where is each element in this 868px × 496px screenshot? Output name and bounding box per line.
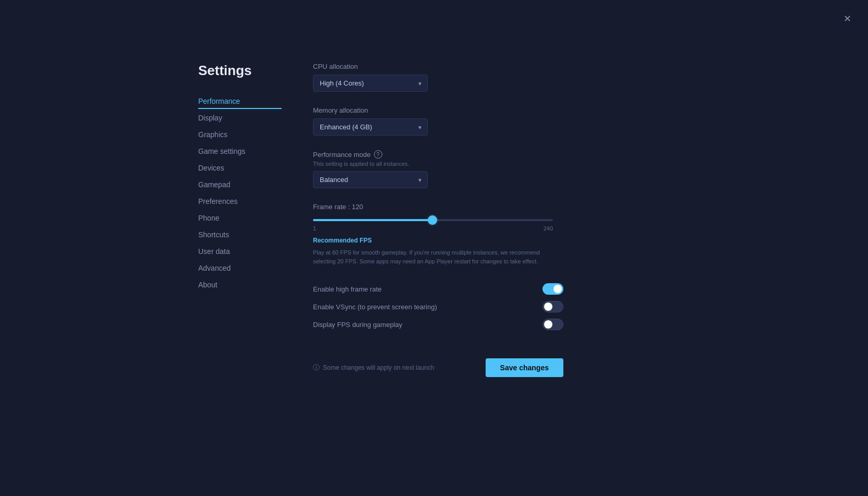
sidebar-item-devices[interactable]: Devices xyxy=(198,160,282,176)
slider-max-label: 240 xyxy=(544,225,553,232)
footer-note: ⓘ Some changes will apply on next launch xyxy=(313,363,434,372)
sidebar-item-graphics[interactable]: Graphics xyxy=(198,127,282,142)
cpu-allocation-section: CPU allocation High (4 Cores) Low (1 Cor… xyxy=(313,63,563,92)
sidebar-item-phone[interactable]: Phone xyxy=(198,210,282,226)
display-fps-label: Display FPS during gameplay xyxy=(313,321,402,329)
toggles-section: Enable high frame rate Enable VSync (to … xyxy=(313,280,563,333)
vsync-label: Enable VSync (to prevent screen tearing) xyxy=(313,303,437,311)
sidebar-item-shortcuts[interactable]: Shortcuts xyxy=(198,227,282,243)
sidebar-item-performance[interactable]: Performance xyxy=(198,93,282,109)
close-button[interactable]: ✕ xyxy=(839,10,855,27)
save-changes-button[interactable]: Save changes xyxy=(486,358,563,377)
frame-rate-label: Frame rate : 120 xyxy=(313,203,563,211)
sidebar-item-game-settings[interactable]: Game settings xyxy=(198,143,282,159)
memory-allocation-label: Memory allocation xyxy=(313,106,563,114)
sidebar-item-user-data[interactable]: User data xyxy=(198,244,282,259)
frame-rate-section: Frame rate : 120 1 240 Recommended FPS P… xyxy=(313,203,563,265)
sidebar-item-advanced[interactable]: Advanced xyxy=(198,260,282,276)
memory-allocation-section: Memory allocation Enhanced (4 GB) Low (1… xyxy=(313,106,563,136)
memory-allocation-select[interactable]: Enhanced (4 GB) Low (1 GB) Standard (2 G… xyxy=(313,118,428,136)
high-frame-rate-label: Enable high frame rate xyxy=(313,285,382,293)
vsync-toggle[interactable] xyxy=(542,301,563,312)
display-fps-toggle[interactable] xyxy=(542,319,563,330)
frame-rate-slider[interactable] xyxy=(313,219,553,221)
high-frame-rate-toggle[interactable] xyxy=(542,283,563,295)
sidebar: Performance Display Graphics Game settin… xyxy=(198,93,282,293)
performance-mode-info-icon[interactable]: ? xyxy=(374,150,382,159)
sidebar-item-display[interactable]: Display xyxy=(198,110,282,126)
page-title: Settings xyxy=(198,63,282,79)
sidebar-item-about[interactable]: About xyxy=(198,277,282,293)
main-content: CPU allocation High (4 Cores) Low (1 Cor… xyxy=(313,63,563,377)
toggle-row-vsync: Enable VSync (to prevent screen tearing) xyxy=(313,298,563,316)
footer-bar: ⓘ Some changes will apply on next launch… xyxy=(313,358,563,377)
cpu-allocation-label: CPU allocation xyxy=(313,63,563,70)
toggle-row-high-frame-rate: Enable high frame rate xyxy=(313,280,563,298)
cpu-allocation-select[interactable]: High (4 Cores) Low (1 Core) Medium (2 Co… xyxy=(313,75,428,92)
performance-mode-hint: This setting is applied to all instances… xyxy=(313,161,563,167)
performance-mode-section: Performance mode ? This setting is appli… xyxy=(313,150,563,188)
recommended-fps-label: Recommended FPS xyxy=(313,237,563,244)
performance-mode-select[interactable]: Balanced Power saving High performance xyxy=(313,171,428,188)
performance-mode-label: Performance mode xyxy=(313,151,371,159)
recommended-fps-desc: Play at 60 FPS for smooth gameplay. If y… xyxy=(313,248,563,265)
slider-min-label: 1 xyxy=(313,225,316,232)
toggle-row-display-fps: Display FPS during gameplay xyxy=(313,316,563,333)
sidebar-item-preferences[interactable]: Preferences xyxy=(198,193,282,209)
footer-info-icon: ⓘ xyxy=(313,363,320,372)
sidebar-item-gamepad[interactable]: Gamepad xyxy=(198,177,282,192)
footer-note-text: Some changes will apply on next launch xyxy=(323,364,434,371)
